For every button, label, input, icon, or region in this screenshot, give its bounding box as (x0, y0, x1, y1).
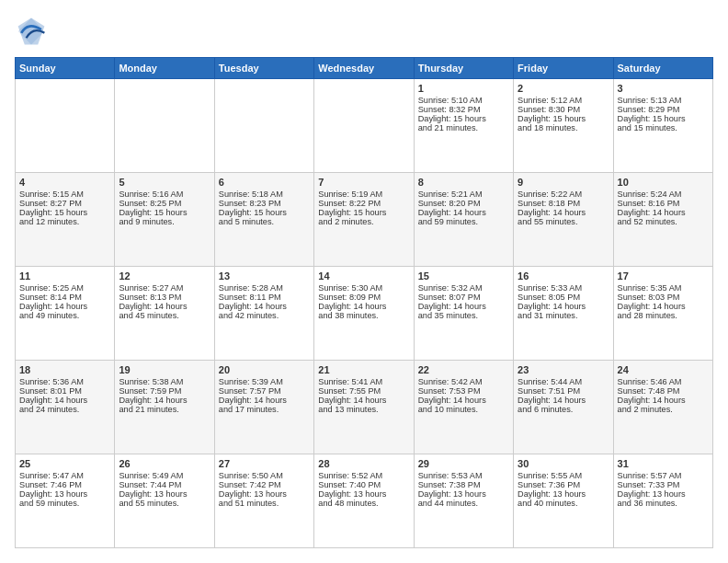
calendar-cell: 24Sunrise: 5:46 AMSunset: 7:48 PMDayligh… (613, 361, 712, 454)
calendar-cell: 17Sunrise: 5:35 AMSunset: 8:03 PMDayligh… (613, 267, 712, 361)
calendar-cell: 1Sunrise: 5:10 AMSunset: 8:32 PMDaylight… (414, 79, 513, 173)
day-info: Sunrise: 5:44 AM (518, 377, 609, 386)
logo (15, 15, 51, 48)
day-info: Sunset: 7:36 PM (518, 480, 609, 489)
calendar-cell (115, 79, 214, 173)
calendar-cell: 13Sunrise: 5:28 AMSunset: 8:11 PMDayligh… (214, 267, 313, 361)
day-number: 15 (418, 270, 509, 282)
day-number: 18 (19, 364, 110, 375)
day-info: and 59 minutes. (19, 499, 110, 508)
day-info: Sunset: 8:30 PM (518, 105, 609, 114)
day-number: 4 (19, 177, 110, 188)
calendar-cell: 14Sunrise: 5:30 AMSunset: 8:09 PMDayligh… (314, 267, 414, 361)
day-info: Sunset: 7:53 PM (418, 386, 509, 396)
weekday-header-friday: Friday (514, 58, 613, 79)
day-info: Sunrise: 5:22 AM (518, 190, 609, 199)
weekday-header-saturday: Saturday (613, 58, 712, 79)
day-info: Daylight: 14 hours (618, 302, 709, 311)
day-info: and 6 minutes. (518, 405, 609, 414)
day-info: Daylight: 15 hours (418, 114, 509, 123)
day-info: Sunrise: 5:36 AM (19, 377, 110, 386)
day-number: 5 (119, 177, 210, 188)
day-info: Sunset: 8:03 PM (618, 293, 709, 302)
day-info: Daylight: 15 hours (219, 208, 310, 217)
day-number: 19 (119, 364, 210, 375)
day-info: and 51 minutes. (219, 499, 310, 508)
day-info: and 15 minutes. (618, 123, 709, 132)
day-info: and 10 minutes. (418, 405, 509, 414)
day-info: Daylight: 13 hours (518, 489, 609, 499)
day-info: Daylight: 14 hours (618, 208, 709, 217)
day-info: Sunset: 8:22 PM (318, 199, 409, 208)
day-number: 30 (518, 458, 609, 469)
calendar-cell: 20Sunrise: 5:39 AMSunset: 7:57 PMDayligh… (214, 361, 313, 454)
day-info: Sunset: 7:38 PM (418, 480, 509, 489)
day-info: and 38 minutes. (318, 311, 409, 320)
calendar-cell: 2Sunrise: 5:12 AMSunset: 8:30 PMDaylight… (514, 79, 613, 173)
day-info: Sunset: 7:55 PM (318, 386, 409, 396)
calendar-cell: 9Sunrise: 5:22 AMSunset: 8:18 PMDaylight… (514, 173, 613, 267)
calendar-cell: 25Sunrise: 5:47 AMSunset: 7:46 PMDayligh… (16, 454, 115, 548)
day-number: 23 (518, 364, 609, 375)
day-info: Daylight: 14 hours (418, 396, 509, 405)
day-info: Sunset: 8:32 PM (418, 105, 509, 114)
calendar-cell: 11Sunrise: 5:25 AMSunset: 8:14 PMDayligh… (16, 267, 115, 361)
day-number: 31 (618, 458, 709, 469)
calendar-cell: 10Sunrise: 5:24 AMSunset: 8:16 PMDayligh… (613, 173, 712, 267)
day-info: Sunset: 7:51 PM (518, 386, 609, 396)
day-number: 3 (618, 83, 709, 94)
day-info: Sunrise: 5:10 AM (418, 96, 509, 105)
day-info: and 48 minutes. (318, 499, 409, 508)
day-number: 17 (618, 270, 709, 282)
weekday-header-row: SundayMondayTuesdayWednesdayThursdayFrid… (16, 58, 713, 79)
day-info: Daylight: 13 hours (418, 489, 509, 499)
day-number: 28 (318, 458, 409, 469)
calendar-cell: 15Sunrise: 5:32 AMSunset: 8:07 PMDayligh… (414, 267, 513, 361)
header (15, 15, 713, 48)
day-info: and 2 minutes. (318, 217, 409, 226)
day-info: Sunrise: 5:33 AM (518, 283, 609, 293)
day-info: Daylight: 14 hours (518, 302, 609, 311)
day-info: Daylight: 14 hours (418, 302, 509, 311)
day-info: and 28 minutes. (618, 311, 709, 320)
day-number: 10 (618, 177, 709, 188)
day-info: Sunrise: 5:21 AM (418, 190, 509, 199)
calendar-cell: 26Sunrise: 5:49 AMSunset: 7:44 PMDayligh… (115, 454, 214, 548)
day-info: Sunset: 8:14 PM (19, 293, 110, 302)
day-info: Sunrise: 5:27 AM (119, 283, 210, 293)
day-info: Sunset: 8:16 PM (618, 199, 709, 208)
day-info: Sunrise: 5:50 AM (219, 471, 310, 480)
day-info: and 5 minutes. (219, 217, 310, 226)
day-info: Sunset: 7:44 PM (119, 480, 210, 489)
day-info: Daylight: 14 hours (518, 396, 609, 405)
day-info: Sunrise: 5:30 AM (318, 283, 409, 293)
day-info: and 21 minutes. (119, 405, 210, 414)
day-info: Sunrise: 5:32 AM (418, 283, 509, 293)
weekday-header-tuesday: Tuesday (214, 58, 313, 79)
day-info: Sunrise: 5:38 AM (119, 377, 210, 386)
calendar-table: SundayMondayTuesdayWednesdayThursdayFrid… (15, 57, 713, 548)
day-info: Daylight: 14 hours (219, 302, 310, 311)
day-number: 1 (418, 83, 509, 94)
day-info: Sunrise: 5:41 AM (318, 377, 409, 386)
day-info: Sunset: 7:33 PM (618, 480, 709, 489)
day-info: Daylight: 14 hours (119, 302, 210, 311)
weekday-header-sunday: Sunday (16, 58, 115, 79)
day-info: Sunset: 8:01 PM (19, 386, 110, 396)
day-info: Sunset: 7:46 PM (19, 480, 110, 489)
day-info: and 31 minutes. (518, 311, 609, 320)
day-info: Sunrise: 5:19 AM (318, 190, 409, 199)
day-info: Sunset: 8:29 PM (618, 105, 709, 114)
calendar-cell: 7Sunrise: 5:19 AMSunset: 8:22 PMDaylight… (314, 173, 414, 267)
calendar-cell: 22Sunrise: 5:42 AMSunset: 7:53 PMDayligh… (414, 361, 513, 454)
day-info: Daylight: 14 hours (219, 396, 310, 405)
day-info: Sunrise: 5:25 AM (19, 283, 110, 293)
day-info: Sunrise: 5:15 AM (19, 190, 110, 199)
day-number: 14 (318, 270, 409, 282)
day-info: Sunset: 8:23 PM (219, 199, 310, 208)
day-info: Sunrise: 5:42 AM (418, 377, 509, 386)
day-number: 26 (119, 458, 210, 469)
day-info: and 9 minutes. (119, 217, 210, 226)
calendar-cell: 31Sunrise: 5:57 AMSunset: 7:33 PMDayligh… (613, 454, 712, 548)
calendar-cell: 5Sunrise: 5:16 AMSunset: 8:25 PMDaylight… (115, 173, 214, 267)
